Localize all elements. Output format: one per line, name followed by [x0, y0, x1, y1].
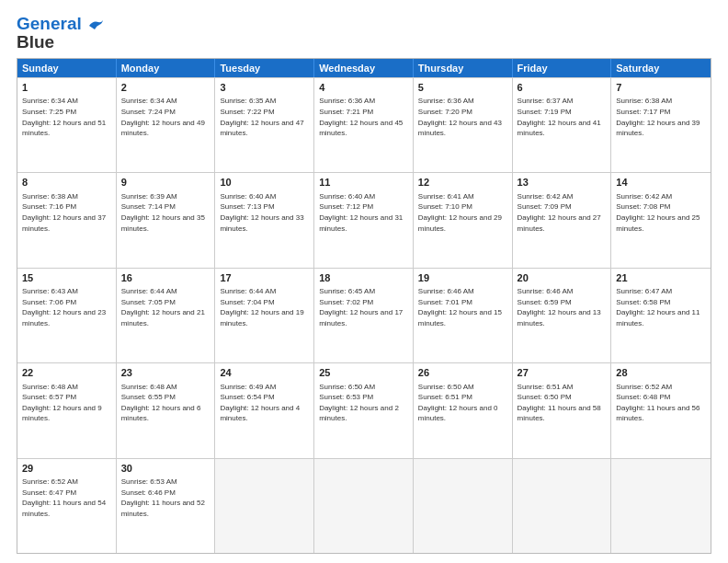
header-monday: Monday [117, 59, 216, 77]
empty-cell [215, 459, 314, 553]
day-number: 19 [418, 271, 507, 285]
header-sunday: Sunday [17, 59, 117, 77]
day-number: 12 [418, 176, 507, 190]
sun-info: Sunrise: 6:50 AM Sunset: 6:53 PM Dayligh… [319, 382, 408, 424]
sun-info: Sunrise: 6:36 AM Sunset: 7:21 PM Dayligh… [319, 96, 408, 138]
day-cell-8: 8 Sunrise: 6:38 AM Sunset: 7:16 PM Dayli… [17, 173, 117, 267]
sun-info: Sunrise: 6:36 AM Sunset: 7:20 PM Dayligh… [418, 96, 507, 138]
sun-info: Sunrise: 6:42 AM Sunset: 7:09 PM Dayligh… [518, 191, 607, 234]
day-number: 3 [220, 81, 309, 95]
day-cell-29: 29 Sunrise: 6:52 AM Sunset: 6:47 PM Dayl… [17, 459, 117, 553]
sun-info: Sunrise: 6:40 AM Sunset: 7:13 PM Dayligh… [220, 191, 309, 234]
day-number: 11 [319, 176, 408, 190]
sun-info: Sunrise: 6:34 AM Sunset: 7:25 PM Dayligh… [22, 96, 111, 138]
day-cell-26: 26 Sunrise: 6:50 AM Sunset: 6:51 PM Dayl… [414, 363, 513, 457]
day-number: 4 [319, 81, 408, 95]
day-number: 5 [418, 81, 507, 95]
sun-info: Sunrise: 6:52 AM Sunset: 6:47 PM Dayligh… [22, 477, 111, 519]
header-saturday: Saturday [611, 59, 711, 77]
day-number: 21 [616, 271, 706, 285]
empty-cell [513, 459, 612, 553]
day-number: 15 [22, 271, 111, 285]
header-thursday: Thursday [414, 59, 513, 77]
day-cell-20: 20 Sunrise: 6:46 AM Sunset: 6:59 PM Dayl… [513, 269, 612, 362]
week-row-4: 22 Sunrise: 6:48 AM Sunset: 6:57 PM Dayl… [17, 362, 711, 457]
sun-info: Sunrise: 6:51 AM Sunset: 6:50 PM Dayligh… [518, 382, 607, 424]
sun-info: Sunrise: 6:40 AM Sunset: 7:12 PM Dayligh… [319, 191, 408, 234]
day-number: 25 [319, 366, 408, 380]
logo: General Blue [17, 15, 104, 51]
calendar: SundayMondayTuesdayWednesdayThursdayFrid… [17, 58, 711, 554]
day-number: 16 [121, 271, 210, 285]
day-number: 30 [121, 462, 210, 476]
sun-info: Sunrise: 6:43 AM Sunset: 7:06 PM Dayligh… [22, 286, 111, 328]
day-cell-30: 30 Sunrise: 6:53 AM Sunset: 6:46 PM Dayl… [117, 459, 216, 553]
week-row-5: 29 Sunrise: 6:52 AM Sunset: 6:47 PM Dayl… [17, 458, 711, 553]
day-number: 9 [121, 176, 210, 190]
day-cell-24: 24 Sunrise: 6:49 AM Sunset: 6:54 PM Dayl… [215, 363, 314, 457]
week-row-3: 15 Sunrise: 6:43 AM Sunset: 7:06 PM Dayl… [17, 268, 711, 362]
sun-info: Sunrise: 6:37 AM Sunset: 7:19 PM Dayligh… [518, 96, 607, 138]
day-cell-3: 3 Sunrise: 6:35 AM Sunset: 7:22 PM Dayli… [215, 78, 314, 172]
empty-cell [414, 459, 513, 553]
day-cell-22: 22 Sunrise: 6:48 AM Sunset: 6:57 PM Dayl… [17, 363, 117, 457]
sun-info: Sunrise: 6:50 AM Sunset: 6:51 PM Dayligh… [418, 382, 507, 424]
day-cell-19: 19 Sunrise: 6:46 AM Sunset: 7:01 PM Dayl… [414, 269, 513, 362]
empty-cell [611, 459, 711, 553]
day-cell-23: 23 Sunrise: 6:48 AM Sunset: 6:55 PM Dayl… [117, 363, 216, 457]
day-cell-9: 9 Sunrise: 6:39 AM Sunset: 7:14 PM Dayli… [117, 173, 216, 267]
day-number: 26 [418, 366, 507, 380]
day-cell-10: 10 Sunrise: 6:40 AM Sunset: 7:13 PM Dayl… [215, 173, 314, 267]
sun-info: Sunrise: 6:46 AM Sunset: 7:01 PM Dayligh… [418, 286, 507, 328]
sun-info: Sunrise: 6:38 AM Sunset: 7:16 PM Dayligh… [22, 191, 111, 234]
day-cell-5: 5 Sunrise: 6:36 AM Sunset: 7:20 PM Dayli… [414, 78, 513, 172]
calendar-header: SundayMondayTuesdayWednesdayThursdayFrid… [17, 59, 711, 77]
sun-info: Sunrise: 6:35 AM Sunset: 7:22 PM Dayligh… [220, 96, 309, 138]
day-number: 6 [518, 81, 607, 95]
sun-info: Sunrise: 6:49 AM Sunset: 6:54 PM Dayligh… [220, 382, 309, 424]
day-cell-27: 27 Sunrise: 6:51 AM Sunset: 6:50 PM Dayl… [513, 363, 612, 457]
week-row-2: 8 Sunrise: 6:38 AM Sunset: 7:16 PM Dayli… [17, 172, 711, 267]
day-cell-2: 2 Sunrise: 6:34 AM Sunset: 7:24 PM Dayli… [117, 78, 216, 172]
logo-general: General [17, 14, 82, 33]
header-wednesday: Wednesday [314, 59, 414, 77]
sun-info: Sunrise: 6:52 AM Sunset: 6:48 PM Dayligh… [616, 382, 706, 424]
day-cell-21: 21 Sunrise: 6:47 AM Sunset: 6:58 PM Dayl… [611, 269, 711, 362]
day-number: 10 [220, 176, 309, 190]
day-cell-7: 7 Sunrise: 6:38 AM Sunset: 7:17 PM Dayli… [611, 78, 711, 172]
day-number: 20 [518, 271, 607, 285]
day-cell-17: 17 Sunrise: 6:44 AM Sunset: 7:04 PM Dayl… [215, 269, 314, 362]
header-tuesday: Tuesday [215, 59, 314, 77]
day-number: 23 [121, 366, 210, 380]
day-number: 24 [220, 366, 309, 380]
sun-info: Sunrise: 6:39 AM Sunset: 7:14 PM Dayligh… [121, 191, 210, 234]
sun-info: Sunrise: 6:41 AM Sunset: 7:10 PM Dayligh… [418, 191, 507, 234]
sun-info: Sunrise: 6:42 AM Sunset: 7:08 PM Dayligh… [616, 191, 706, 234]
week-row-1: 1 Sunrise: 6:34 AM Sunset: 7:25 PM Dayli… [17, 77, 711, 172]
sun-info: Sunrise: 6:34 AM Sunset: 7:24 PM Dayligh… [121, 96, 210, 138]
day-cell-12: 12 Sunrise: 6:41 AM Sunset: 7:10 PM Dayl… [414, 173, 513, 267]
day-cell-13: 13 Sunrise: 6:42 AM Sunset: 7:09 PM Dayl… [513, 173, 612, 267]
sun-info: Sunrise: 6:44 AM Sunset: 7:05 PM Dayligh… [121, 286, 210, 328]
logo-bird-icon [87, 18, 104, 31]
day-number: 8 [22, 176, 111, 190]
day-cell-16: 16 Sunrise: 6:44 AM Sunset: 7:05 PM Dayl… [117, 269, 216, 362]
day-cell-6: 6 Sunrise: 6:37 AM Sunset: 7:19 PM Dayli… [513, 78, 612, 172]
day-number: 7 [616, 81, 706, 95]
sun-info: Sunrise: 6:48 AM Sunset: 6:55 PM Dayligh… [121, 382, 210, 424]
day-number: 14 [616, 176, 706, 190]
day-number: 18 [319, 271, 408, 285]
day-number: 22 [22, 366, 111, 380]
day-cell-4: 4 Sunrise: 6:36 AM Sunset: 7:21 PM Dayli… [314, 78, 414, 172]
day-cell-11: 11 Sunrise: 6:40 AM Sunset: 7:12 PM Dayl… [314, 173, 414, 267]
day-number: 1 [22, 81, 111, 95]
day-cell-15: 15 Sunrise: 6:43 AM Sunset: 7:06 PM Dayl… [17, 269, 117, 362]
sun-info: Sunrise: 6:46 AM Sunset: 6:59 PM Dayligh… [518, 286, 607, 328]
day-number: 13 [518, 176, 607, 190]
day-cell-18: 18 Sunrise: 6:45 AM Sunset: 7:02 PM Dayl… [314, 269, 414, 362]
sun-info: Sunrise: 6:53 AM Sunset: 6:46 PM Dayligh… [121, 477, 210, 519]
empty-cell [314, 459, 414, 553]
sun-info: Sunrise: 6:47 AM Sunset: 6:58 PM Dayligh… [616, 286, 706, 328]
day-cell-25: 25 Sunrise: 6:50 AM Sunset: 6:53 PM Dayl… [314, 363, 414, 457]
day-number: 2 [121, 81, 210, 95]
